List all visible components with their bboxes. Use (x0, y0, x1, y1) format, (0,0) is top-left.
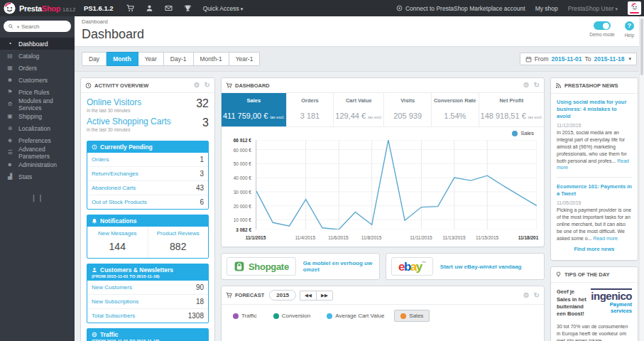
gear-icon[interactable]: ⚙ (194, 82, 200, 89)
range-month-button[interactable]: Month (107, 52, 138, 66)
customer-icon[interactable] (146, 4, 153, 12)
sidebar-item-advanced-parameters[interactable]: ☰Advanced Parameters (0, 146, 75, 158)
kpi-orders[interactable]: Orders3 181 (286, 93, 334, 126)
kpi-conversion-rate[interactable]: Conversion Rate1.54% (431, 93, 479, 126)
chart-plot-area (256, 140, 537, 229)
sidebar-item-orders[interactable]: ▦Orders (0, 62, 75, 74)
ingenico-logo: ingenico Payment services (591, 288, 632, 318)
range-day-1-button[interactable]: Day-1 (164, 52, 194, 66)
shopgate-link[interactable]: Ga mobiel en verhoog uw omzet (303, 260, 374, 273)
cart-icon (226, 292, 235, 298)
sidebar-item-localization[interactable]: ⊕Localization (0, 122, 75, 134)
new-customers-link[interactable]: New Customers (92, 284, 132, 291)
kpi-sales[interactable]: Sales411 759,00 € tax excl. (222, 93, 286, 126)
gear-icon[interactable]: ⚙ (523, 292, 530, 299)
sidebar-item-dashboard[interactable]: ◔Dashboard (0, 38, 75, 50)
to-date: 2015-11-18 (594, 55, 624, 63)
forecast-next-button[interactable]: ▶▶ (316, 291, 333, 301)
preferences-icon: ◈ (6, 137, 13, 144)
sales-chart-svg (256, 140, 537, 229)
sidebar-item-preferences[interactable]: ◈Preferences (0, 134, 75, 146)
new-messages-cell[interactable]: New Messages144 (87, 227, 148, 258)
y-axis-tick: 30 000 € (234, 189, 251, 194)
sidebar-item-stats[interactable]: ▟Stats (0, 170, 75, 183)
range-year-1-button[interactable]: Year-1 (229, 52, 261, 66)
forecast-legend-conversion[interactable]: Conversion (267, 310, 317, 322)
kpi-cart-value[interactable]: Cart Value129,44 € tax excl. (333, 93, 383, 126)
abandoned-carts-link[interactable]: Abandoned Carts (92, 185, 136, 191)
forecast-legend-traffic[interactable]: Traffic (227, 310, 263, 322)
online-visitors-metric[interactable]: Online Visitorsin the last 30 minutes 32 (87, 97, 209, 117)
refresh-icon[interactable]: ↻ (534, 292, 540, 299)
range-day-button[interactable]: Day (82, 52, 107, 66)
sidebar-item-administration[interactable]: ■Administration (0, 158, 75, 170)
news-article-title[interactable]: Using social media for your business: 4 … (557, 99, 632, 120)
mail-icon[interactable] (165, 4, 173, 12)
demo-mode-toggle[interactable] (594, 21, 611, 30)
new-subscriptions-row: New Subscriptions18 (87, 295, 208, 309)
online-visitors-value: 32 (196, 97, 209, 117)
chevron-down-icon[interactable]: ▾ (17, 24, 19, 29)
kpi-net-profit[interactable]: Net Profit148 918,51 € tax excl. (479, 93, 544, 126)
breadcrumb: Dashboard (82, 18, 635, 25)
help-icon[interactable]: ? (625, 21, 634, 31)
news-article-date: 11/12/2015 (557, 123, 632, 128)
refresh-icon[interactable]: ↻ (204, 82, 210, 89)
customers-newsletters-section: Customers & Newsletters (FROM 2015-11-01… (87, 264, 209, 323)
total-subscribers-link[interactable]: Total Subscribers (92, 313, 135, 319)
sidebar-item-customers[interactable]: ☻Customers (0, 74, 75, 86)
range-year-button[interactable]: Year (138, 52, 164, 66)
news-article-title[interactable]: Ecommerce 101: Payments in a Tweet (557, 183, 632, 197)
user-menu[interactable]: PrestaShop User▾ (568, 5, 618, 12)
find-more-news-link[interactable]: Find more news (557, 242, 632, 256)
new-subscriptions-link[interactable]: New Subscriptions (92, 298, 138, 305)
sidebar-search[interactable]: ▾ (4, 21, 71, 32)
forecast-prev-button[interactable]: ◀◀ (300, 291, 316, 301)
range-month-1-button[interactable]: Month-1 (194, 52, 229, 66)
sidebar-item-catalog[interactable]: ▤Catalog (0, 50, 75, 62)
catalog-icon: ▤ (6, 53, 13, 59)
chevron-down-icon: ▾ (241, 6, 244, 11)
scrollbar[interactable] (639, 16, 644, 341)
trophy-icon[interactable] (184, 4, 192, 12)
sidebar-item-price-rules[interactable]: ⚑Price Rules (0, 86, 75, 98)
user-avatar[interactable] (628, 1, 641, 15)
read-more-link[interactable]: Read more (593, 236, 618, 241)
sidebar-item-modules[interactable]: ⚙Modules and Services (0, 98, 75, 110)
active-carts-metric[interactable]: Active Shopping Cartsin the last 30 minu… (87, 117, 209, 136)
chart-legend-sales[interactable]: Sales (512, 130, 534, 136)
notifications-section: Notifications New Messages144 Product Re… (87, 215, 209, 259)
kpi-visits[interactable]: Visits205 939 (383, 93, 431, 126)
ebay-link[interactable]: Start uw eBay-winkel vandaag (440, 264, 522, 270)
marketplace-connect-link[interactable]: Connect to PrestaShop Marketplace accoun… (396, 5, 525, 12)
legend-dot-icon (327, 313, 332, 319)
x-axis-tick: 11/15/2015 (476, 235, 498, 240)
pending-returns-link[interactable]: Return/Exchanges (92, 170, 138, 177)
x-axis-tick: 11/8/2015 (361, 235, 381, 240)
scrollbar-thumb[interactable] (640, 18, 643, 75)
clock-icon (92, 144, 97, 150)
product-reviews-cell[interactable]: Product Reviews882 (148, 227, 209, 258)
currently-pending-section: Currently Pending Orders1 Return/Exchang… (87, 141, 209, 210)
forecast-legend-average-cart-value[interactable]: Average Cart Value (320, 310, 391, 322)
bell-icon (92, 218, 97, 224)
panel-title: DASHBOARD (235, 82, 270, 89)
sidebar-item-shipping[interactable]: ▣Shipping (0, 110, 75, 122)
cart-icon[interactable] (126, 4, 134, 12)
pending-orders-link[interactable]: Orders (92, 156, 109, 163)
forecast-legend-sales[interactable]: Sales (394, 310, 430, 322)
my-shop-link[interactable]: My shop (535, 5, 558, 12)
range-button-group: Day Month Year Day-1 Month-1 Year-1 (82, 52, 260, 66)
panel-title: PRESTASHOP NEWS (564, 82, 618, 89)
gear-icon[interactable]: ⚙ (523, 82, 530, 89)
search-input[interactable] (21, 23, 67, 30)
stats-icon: ▟ (6, 173, 13, 180)
out-of-stock-link[interactable]: Out of Stock Products (92, 199, 147, 205)
refresh-icon[interactable]: ↻ (534, 82, 540, 89)
sidebar-collapse-button[interactable]: ❘❘ (0, 194, 75, 202)
x-axis-tick: 11/6/2015 (328, 235, 348, 240)
y-axis-tick: 50 000 € (234, 161, 251, 166)
date-range-picker[interactable]: From 2015-11-01 To 2015-11-18 ▾ (520, 53, 637, 65)
chevron-down-icon: ▾ (615, 6, 618, 11)
quick-access-menu[interactable]: Quick Access▾ (203, 5, 244, 12)
